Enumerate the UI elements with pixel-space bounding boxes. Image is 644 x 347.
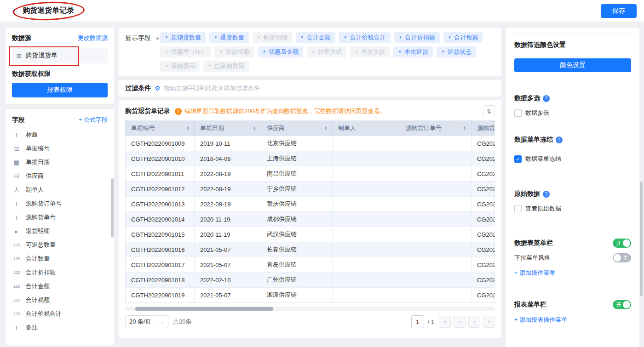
left-sidebar: 数据源 更改数据源 ⊞ 购货退货单 数据获取权限 报表权限 字段 + 公式字段 … <box>6 28 114 345</box>
display-field-chip[interactable]: ▼ 购货明细 <box>253 32 292 43</box>
add-report-action-menu-link[interactable]: + 添加报表操作菜单 <box>514 316 567 323</box>
field-item[interactable]: ▸ 退货明细 <box>12 224 110 238</box>
field-item[interactable]: ⊡ 单据编号 <box>12 142 110 155</box>
cell-source-doc: CG2022 <box>472 151 495 166</box>
cell-supplier: 成都供应链 <box>261 212 333 227</box>
display-field-chip[interactable]: ▼ 本次退款 <box>393 46 433 57</box>
display-field-chip[interactable]: ▼ 优惠后金额 <box>258 46 303 57</box>
report-permission-button[interactable]: 报表权限 <box>12 83 108 97</box>
field-item[interactable]: 123 合计税额 <box>12 293 110 307</box>
menu-freeze-checkbox[interactable] <box>514 155 522 163</box>
display-field-chip[interactable]: ▼ 退货数量 <box>209 32 249 43</box>
field-type-icon: ▦ <box>12 159 21 166</box>
display-field-chip[interactable]: ▼ 退款状态 <box>437 46 476 57</box>
cell-maker <box>333 166 400 181</box>
display-field-chip[interactable]: ▼ 优惠率（%） <box>160 46 211 57</box>
chevron-down-icon: ▼ <box>448 36 452 40</box>
dropdown-style-toggle[interactable]: 关 <box>613 253 631 262</box>
field-item[interactable]: ⊟ 供应商 <box>12 169 110 183</box>
sort-icon[interactable]: ▲▼ <box>324 126 328 131</box>
column-label: 单据日期 <box>200 124 224 132</box>
cell-supplier: 宁乡供应链 <box>261 182 333 196</box>
cell-supplier: 广州供应链 <box>261 273 333 287</box>
datasource-item[interactable]: ⊞ 购货退货单 <box>12 48 108 63</box>
total-pages: / 1 <box>428 319 434 325</box>
add-display-field-icon[interactable]: + <box>155 34 160 72</box>
help-icon[interactable]: ? <box>543 191 550 198</box>
field-item[interactable]: I 源购货订单号 <box>12 197 110 210</box>
field-item[interactable]: 123 合计数量 <box>12 252 110 266</box>
field-item[interactable]: ▦ 单据日期 <box>12 155 110 169</box>
grid-column-header[interactable]: 源购货单号 ▲▼ <box>472 121 495 136</box>
display-field-chip[interactable]: ▼ 结算方式 <box>307 46 346 57</box>
grid-column-header[interactable]: 单据日期 ▲▼ <box>195 121 261 136</box>
display-fields-card: 显示字段 + ▼ 原销货数量 ▼ 退货数量 ▼ 购货明细 ▼ 合计金额 ▼ 合计… <box>119 28 501 76</box>
help-icon[interactable]: ? <box>556 137 563 143</box>
add-formula-field-link[interactable]: + 公式字段 <box>79 116 108 124</box>
field-item[interactable]: I 源购货单号 <box>12 210 110 224</box>
display-field-chip[interactable]: ▼ 总采购费用 <box>203 61 249 72</box>
field-item-label: 合计数量 <box>26 255 50 263</box>
save-button[interactable]: 保存 <box>601 4 637 18</box>
field-item[interactable]: 123 合计金额 <box>12 279 110 293</box>
chevron-down-icon: ▼ <box>262 50 266 54</box>
left-sidebar-scrollbar[interactable] <box>111 178 114 237</box>
grid-column-header[interactable]: 单据编号 ▲▼ <box>126 121 195 136</box>
page-nav-button[interactable]: ‹ <box>454 316 466 328</box>
display-field-chip[interactable]: ▼ 合计金额 <box>296 32 335 43</box>
chevron-down-icon: ▼ <box>165 36 168 40</box>
multi-select-checkbox[interactable] <box>514 109 522 117</box>
display-field-chip[interactable]: ▼ 合计折扣额 <box>394 32 440 43</box>
display-field-chip[interactable]: ▼ 原销货数量 <box>160 32 206 43</box>
page-size-select[interactable]: 20 条/页 ⌄ <box>125 315 168 328</box>
field-item[interactable]: Ŧ 标题 <box>12 128 110 142</box>
horizontal-scrollbar[interactable] <box>135 307 273 311</box>
field-item[interactable]: 123 合计折扣额 <box>12 266 110 279</box>
chip-label: 本次欠款 <box>361 48 385 56</box>
display-field-chip[interactable]: ▼ 采购费用 <box>160 61 200 72</box>
page-scrollbar[interactable] <box>640 182 643 296</box>
raw-data-checkbox-row[interactable]: 查看原始数据 <box>514 205 631 213</box>
field-item-label: 单据日期 <box>26 158 50 166</box>
chevron-down-icon: ▼ <box>208 64 212 68</box>
page-nav-button[interactable]: « <box>439 316 451 328</box>
table-menu-toggle[interactable]: 开 <box>613 239 631 248</box>
display-field-chip[interactable]: ▼ 合计税额 <box>443 32 483 43</box>
color-settings-button[interactable]: 颜色设置 <box>514 58 631 72</box>
add-action-menu-link[interactable]: + 添加操作菜单 <box>514 269 555 276</box>
cell-source-doc: CG2022 <box>472 257 495 272</box>
change-datasource-link[interactable]: 更改数据源 <box>78 34 108 42</box>
cell-date: 2021-05-07 <box>195 257 261 272</box>
sort-icon[interactable]: ▲▼ <box>253 126 256 131</box>
page-nav-button[interactable]: » <box>483 316 495 328</box>
display-field-chip[interactable]: ▼ 本次欠款 <box>350 46 390 57</box>
back-icon[interactable]: ‹ <box>12 6 15 16</box>
grid-column-header[interactable]: 源购货订单号 ▲▼ <box>400 121 472 136</box>
chip-label: 合计金额 <box>307 34 331 42</box>
sort-icon[interactable]: ▲▼ <box>186 126 190 131</box>
toggle-state-label: 关 <box>623 255 628 262</box>
display-field-chip[interactable]: ▼ 退款优惠 <box>214 46 254 57</box>
field-item[interactable]: 123 可退总数量 <box>12 238 110 252</box>
grid-column-header[interactable]: 供应商 ▲▼ <box>261 121 333 136</box>
sort-icon[interactable]: ▲▼ <box>463 126 466 131</box>
raw-data-checkbox[interactable] <box>514 205 522 212</box>
grid-column-header[interactable]: 制单人 ▲▼ <box>333 121 400 136</box>
cell-maker <box>333 151 400 166</box>
menu-freeze-checkbox-row[interactable]: 数据菜单冻结 <box>514 155 631 163</box>
report-menu-toggle[interactable]: 开 <box>613 300 631 309</box>
field-item[interactable]: Ŧ 备注 <box>12 321 110 335</box>
display-field-chip[interactable]: ▼ 合计价税合计 <box>339 32 391 43</box>
help-icon[interactable]: ? <box>543 95 550 102</box>
current-page-box[interactable]: 1 <box>411 315 424 328</box>
field-item[interactable]: 123 合计价税合计 <box>12 307 110 321</box>
field-item[interactable]: 人 制单人 <box>12 183 110 197</box>
sort-settings-button[interactable]: ⇅ <box>483 105 495 117</box>
multi-select-checkbox-row[interactable]: 数据多选 <box>514 109 631 117</box>
page-nav-button[interactable]: › <box>468 316 480 328</box>
filter-bar[interactable]: 过滤条件 ⚙ 拖动左侧字段到此处来添加过滤条件 <box>119 80 501 97</box>
gear-icon[interactable]: ⚙ <box>155 85 161 92</box>
cell-supplier: 北京供应链 <box>261 136 333 151</box>
menu-freeze-title-text: 数据菜单冻结 <box>514 136 553 144</box>
divider <box>514 33 631 34</box>
